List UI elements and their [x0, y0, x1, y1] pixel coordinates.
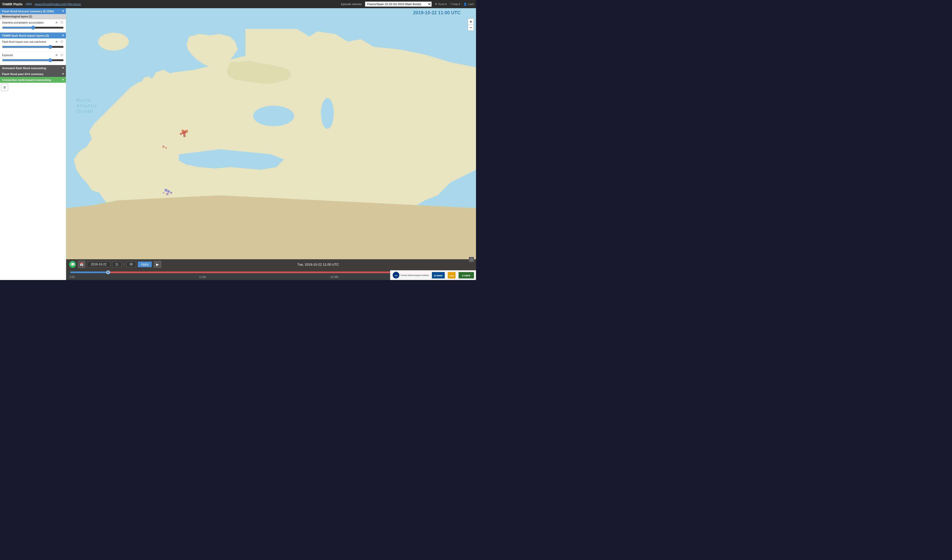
sidebar-section-impact-label: TAMIR flash flood impact layers (2)	[2, 34, 49, 37]
help-menu[interactable]: ? Help ▾	[450, 3, 461, 6]
timeline-track-blue	[70, 272, 110, 273]
date-input[interactable]	[87, 262, 110, 267]
layer-impact-visibility-icon[interactable]	[55, 40, 59, 44]
app-header: TAMIR Platfo eBIB javascript:void(locati…	[0, 0, 476, 8]
layer-exposure-visibility-icon[interactable]	[55, 53, 59, 57]
svg-text:CIMA: CIMA	[449, 275, 454, 277]
map-layer-toggle-btn[interactable]: ≡	[1, 84, 8, 91]
svg-point-7	[180, 133, 182, 135]
sidebar-section-nowcasting[interactable]: Animated flash flood nowcasting	[0, 65, 66, 71]
ebib-label: eBIB	[26, 3, 32, 6]
layer-impact-info-icon[interactable]	[60, 40, 64, 44]
sidebar-sub-meteo: Meteorological layers (1)	[0, 14, 66, 19]
calendar-button[interactable]	[78, 261, 85, 268]
svg-point-10	[165, 147, 167, 148]
ebib-link[interactable]: javascript:void(location.href='http://re…	[35, 3, 81, 6]
map-container[interactable]: 2019-10-22 11:00 UTC + − NorthAtlanticOc…	[66, 8, 476, 280]
timeline-thumb[interactable]	[107, 270, 110, 274]
logo-cima: CIMA	[448, 272, 456, 278]
timeline-controls: 💬 : Apply ▶ Tue, 2019-10-22 11:00 UTC	[69, 261, 473, 268]
svg-text:KYMPE: KYMPE	[462, 275, 470, 277]
layers-icon: ≡	[3, 85, 6, 90]
sidebar-section-impact[interactable]: TAMIR flash flood impact layers (2)	[0, 32, 66, 39]
svg-text:FMI: FMI	[395, 275, 397, 276]
chevron-down-icon-4	[62, 72, 64, 76]
chevron-down-icon-3	[62, 66, 64, 70]
episode-selector-label: Episode selector	[341, 3, 362, 6]
sidebar: Flash flood forecast summary (0-120h) Me…	[0, 8, 66, 280]
layer-impact-label: Flash flood impact over sub-catchment	[2, 40, 55, 43]
apply-button[interactable]: Apply	[138, 262, 152, 267]
layer-exposure-info-icon[interactable]	[60, 53, 64, 57]
svg-point-14	[166, 193, 168, 195]
app-title: TAMIR Platfo	[2, 2, 23, 6]
svg-point-2	[253, 106, 294, 126]
svg-point-13	[170, 191, 172, 194]
svg-point-12	[167, 190, 170, 193]
sidebar-layer-exposure: Exposure	[0, 52, 66, 65]
sidebar-section-nowcasting-label: Animated flash flood nowcasting	[2, 66, 46, 70]
hour-input[interactable]	[112, 262, 122, 267]
layer-impact-slider[interactable]	[2, 45, 64, 49]
main-layout: Flash flood forecast summary (0-120h) Me…	[0, 8, 476, 280]
svg-point-3	[321, 98, 334, 129]
layer-exposure-slider[interactable]	[2, 58, 64, 62]
timeline-current-label: Tue, 2019-10-22 11:00 UTC	[163, 262, 473, 267]
tools-menu[interactable]: ⚙ Tools ▾	[435, 3, 447, 6]
sidebar-section-past24h-label: Flash flood past 24-h summary	[2, 73, 43, 76]
episode-selector-dropdown[interactable]: France/Spain 22-23 Oct 2019 (flash flood…	[365, 2, 432, 7]
layer-exposure-label: Exposure	[2, 54, 55, 57]
chevron-down-icon-2	[62, 34, 64, 37]
sidebar-section-multihazard-label: Convective multi-hazard nowcasting	[2, 79, 51, 82]
zoom-out-button[interactable]: −	[468, 25, 474, 31]
segment-label-0: 0-6h	[70, 276, 75, 278]
chat-icon[interactable]: 💬	[69, 261, 76, 268]
chevron-down-icon-5	[62, 78, 64, 82]
map-zoom-controls: + −	[468, 19, 474, 31]
sidebar-layer-precipitation: Seamless precipitation accumulation	[0, 19, 66, 32]
user-menu[interactable]: 👤 crahi	[464, 3, 474, 6]
svg-point-9	[162, 145, 165, 148]
svg-point-15	[163, 192, 164, 193]
time-colon: :	[124, 262, 125, 267]
svg-point-1	[98, 33, 129, 51]
zoom-in-button[interactable]: +	[468, 19, 474, 25]
segment-label-2: 24-48h	[331, 276, 338, 278]
svg-point-6	[185, 130, 188, 133]
sidebar-section-forecast-label: Flash flood forecast summary (0-120h)	[2, 10, 54, 13]
logo-fmi: FMI Finnish Meteorological Institute	[392, 271, 429, 279]
svg-point-5	[181, 130, 184, 132]
info-button[interactable]: ⓘ	[469, 257, 474, 262]
sidebar-layer-impact: Flash flood impact over sub-catchment	[0, 39, 66, 52]
svg-point-11	[165, 188, 168, 191]
layer-precipitation-info-icon[interactable]	[60, 20, 64, 25]
segment-label-1: 6-24h	[199, 276, 206, 278]
sidebar-section-multihazard[interactable]: Convective multi-hazard nowcasting	[0, 77, 66, 83]
footer-logos: FMI Finnish Meteorological Institute ECM…	[390, 270, 476, 280]
svg-text:ECMWF: ECMWF	[434, 275, 443, 277]
svg-point-8	[183, 135, 186, 137]
chevron-down-icon	[62, 9, 64, 13]
map-svg	[66, 8, 476, 280]
play-button[interactable]: ▶	[154, 261, 161, 268]
layer-precipitation-slider[interactable]	[2, 26, 64, 30]
sidebar-section-past24h[interactable]: Flash flood past 24-h summary	[0, 71, 66, 77]
logo-kympe: KYMPE	[459, 272, 474, 278]
layer-precipitation-visibility-icon[interactable]	[55, 20, 59, 25]
minute-input[interactable]	[127, 262, 136, 267]
map-timestamp: 2019-10-22 11:00 UTC	[413, 10, 461, 15]
logo-ecmwf: ECMWF	[432, 272, 445, 278]
sidebar-section-forecast[interactable]: Flash flood forecast summary (0-120h)	[0, 8, 66, 14]
calendar-icon	[80, 262, 83, 266]
layer-precipitation-label: Seamless precipitation accumulation	[2, 21, 55, 24]
